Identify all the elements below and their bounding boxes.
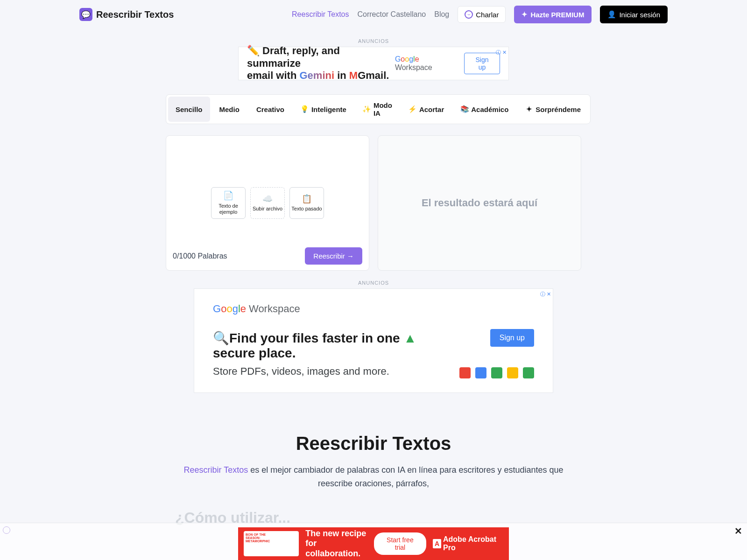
sparkle-icon: ✦ — [525, 105, 533, 113]
ad-large-signup[interactable]: Sign up — [490, 329, 534, 347]
brand-logo[interactable]: 💬 Reescribir Textos — [79, 8, 174, 21]
ad-large-subtitle: Store PDFs, videos, images and more. — [213, 365, 459, 378]
shorten-icon: ⚡ — [409, 105, 416, 113]
main-nav: Reescribir Textos Corrector Castellano B… — [292, 6, 668, 23]
ad-large[interactable]: ⓘ ✕ Google Workspace 🔍Find your files fa… — [194, 288, 553, 393]
bottom-ad-text: The new recipe for collaboration. — [305, 529, 367, 545]
login-label: Iniciar sesión — [619, 11, 660, 19]
bottom-ad-preview: BON OF THE SEASON: METAMORPHIC — [244, 531, 299, 545]
ad-line1: ✏️ Draft, reply, and summarize — [247, 45, 395, 70]
ad-banner-top[interactable]: ✏️ Draft, reply, and summarize email wit… — [238, 47, 509, 80]
premium-label: Hazte PREMIUM — [530, 11, 584, 19]
content-text: Reescribir Textos es el mejor cambiador … — [166, 463, 581, 490]
docs-icon — [507, 367, 518, 378]
calendar-icon — [475, 367, 486, 378]
ad-large-brand: Google Workspace — [213, 303, 534, 315]
upload-icon: ☁️ — [262, 194, 273, 204]
drive-icon — [491, 367, 502, 378]
tab-sencillo[interactable]: Sencillo — [168, 97, 210, 122]
ad-banner-text: ✏️ Draft, reply, and summarize email wit… — [247, 45, 395, 82]
paste-icon: 📋 — [302, 194, 312, 204]
output-placeholder: El resultado estará aquí — [422, 197, 537, 209]
gmail-icon — [459, 367, 471, 378]
close-ad-button[interactable]: ✕ — [734, 525, 742, 537]
ad-signup-button[interactable]: Sign up — [464, 53, 500, 74]
upload-file-button[interactable]: ☁️ Subir archivo — [250, 187, 285, 219]
bottom-ad-cta[interactable]: Start free trial — [374, 532, 426, 545]
ad-label-mid: ANUNCIOS — [166, 280, 581, 286]
tab-academico[interactable]: 📚Académico — [453, 97, 516, 122]
chat-label: Charlar — [476, 11, 499, 19]
ad-close-icon[interactable]: ⓘ ✕ — [496, 49, 507, 56]
brand-name: Reescribir Textos — [96, 9, 174, 20]
mode-tabs: Sencillo Medio Creativo 💡Inteligente ✨Mo… — [166, 94, 591, 124]
nav-corrector[interactable]: Corrector Castellano — [357, 10, 426, 19]
sample-text-button[interactable]: 📄 Texto de ejemplo — [211, 187, 246, 219]
nav-reescribir[interactable]: Reescribir Textos — [292, 10, 349, 19]
ad-large-body: 🔍Find your files faster in one ▲ secure … — [213, 329, 534, 378]
sparkle-icon: ✦ — [521, 10, 528, 19]
tab-modo-ia[interactable]: ✨Modo IA — [356, 97, 400, 122]
ad-close-icon[interactable]: ⓘ ✕ — [540, 291, 551, 298]
ad-large-title: 🔍Find your files faster in one ▲ secure … — [213, 330, 459, 361]
tab-medio[interactable]: Medio — [212, 97, 247, 122]
ad-app-icons — [459, 367, 534, 378]
bulb-icon: 💡 — [301, 105, 309, 113]
nav-blog[interactable]: Blog — [434, 10, 449, 19]
content-section: Reescribir Textos Reescribir Textos es e… — [156, 433, 591, 526]
output-panel: El resultado estará aquí — [378, 135, 581, 271]
rewrite-button[interactable]: Reescribir → — [305, 247, 362, 265]
bottom-ad-banner[interactable]: BON OF THE SEASON: METAMORPHIC The new r… — [238, 527, 509, 545]
chat-button[interactable]: ⌣ Charlar — [458, 6, 506, 23]
ad-workspace: Google Google Workspace Workspace — [395, 55, 458, 72]
ad-banner-right: Google Google Workspace Workspace Sign u… — [395, 53, 500, 74]
tab-acortar[interactable]: ⚡Acortar — [402, 97, 451, 122]
tab-sorprendeme[interactable]: ✦Sorpréndeme — [518, 97, 588, 122]
input-options: 📄 Texto de ejemplo ☁️ Subir archivo 📋 Te… — [211, 187, 324, 219]
document-icon: 📄 — [223, 191, 233, 201]
paste-text-button[interactable]: 📋 Texto pasado — [289, 187, 324, 219]
tab-inteligente[interactable]: 💡Inteligente — [294, 97, 354, 122]
editor-area: 📄 Texto de ejemplo ☁️ Subir archivo 📋 Te… — [166, 135, 581, 271]
ad-label-top: ANUNCIOS — [166, 38, 581, 44]
editor-footer: 0/1000 Palabras Reescribir → — [166, 242, 369, 270]
chat-icon: ⌣ — [465, 10, 473, 19]
user-icon: 👤 — [607, 10, 616, 19]
meet-icon — [523, 367, 534, 378]
avatar-circle-icon[interactable] — [3, 526, 10, 534]
main-container: ANUNCIOS ✏️ Draft, reply, and summarize … — [156, 29, 591, 405]
ai-icon: ✨ — [363, 105, 371, 113]
word-count: 0/1000 Palabras — [173, 252, 227, 260]
adobe-logo: A Adobe Acrobat Pro — [433, 535, 503, 545]
input-panel[interactable]: 📄 Texto de ejemplo ☁️ Subir archivo 📋 Te… — [166, 135, 369, 271]
login-button[interactable]: 👤 Iniciar sesión — [600, 6, 668, 23]
tab-creativo[interactable]: Creativo — [249, 97, 292, 122]
content-title: Reescribir Textos — [166, 433, 581, 454]
logo-icon: 💬 — [79, 8, 92, 21]
ad-line2: email with Gemini in MGmail. — [247, 70, 395, 82]
book-icon: 📚 — [461, 105, 468, 113]
content-link[interactable]: Reescribir Textos — [183, 465, 248, 475]
premium-button[interactable]: ✦ Hazte PREMIUM — [514, 6, 592, 23]
header: 💬 Reescribir Textos Reescribir Textos Co… — [0, 0, 747, 29]
